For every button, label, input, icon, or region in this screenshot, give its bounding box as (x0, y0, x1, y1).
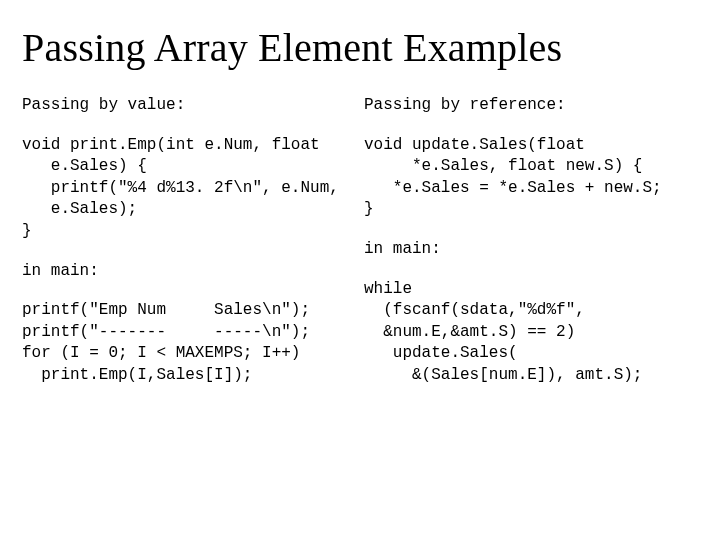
right-main-code: while (fscanf(sdata,"%d%f", &num.E,&amt.… (364, 279, 698, 387)
left-function-code: void print.Emp(int e.Num, float e.Sales)… (22, 135, 356, 243)
left-heading: Passing by value: (22, 95, 356, 117)
right-heading: Passing by reference: (364, 95, 698, 117)
right-column: Passing by reference: void update.Sales(… (364, 95, 698, 387)
left-main-label: in main: (22, 261, 356, 283)
left-main-code: printf("Emp Num Sales\n"); printf("-----… (22, 300, 356, 386)
slide-title: Passing Array Element Examples (22, 24, 698, 71)
right-main-label: in main: (364, 239, 698, 261)
slide: Passing Array Element Examples Passing b… (0, 0, 720, 540)
left-column: Passing by value: void print.Emp(int e.N… (22, 95, 356, 387)
right-function-code: void update.Sales(float *e.Sales, float … (364, 135, 698, 221)
columns: Passing by value: void print.Emp(int e.N… (22, 95, 698, 387)
